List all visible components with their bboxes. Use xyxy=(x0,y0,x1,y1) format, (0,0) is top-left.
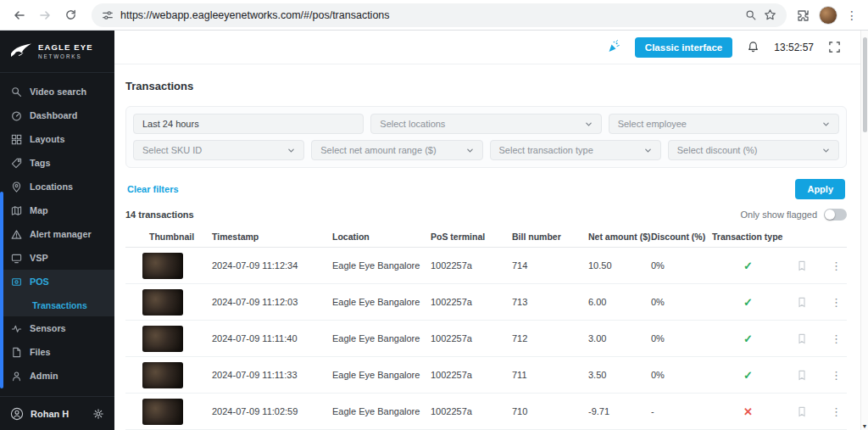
sidebar-item-dashboard[interactable]: Dashboard xyxy=(0,103,114,127)
header-location: Location xyxy=(332,232,431,242)
logo-subtitle: NETWORKS xyxy=(38,53,93,59)
user-name: Rohan H xyxy=(31,409,69,419)
locations-filter[interactable]: Select locations xyxy=(370,114,601,134)
page-scrollbar[interactable]: ▼ xyxy=(860,31,868,430)
transaction-thumbnail[interactable] xyxy=(142,289,183,316)
discount-filter[interactable]: Select discount (%) xyxy=(668,140,839,160)
sidebar-item-tags[interactable]: Tags xyxy=(0,151,114,175)
table-row: 2024-07-09 11:12:03 Eagle Eye Bangalore … xyxy=(125,284,847,321)
zoom-icon[interactable] xyxy=(745,9,757,21)
header-net-amount: Net amount ($) xyxy=(588,232,651,242)
row-menu-icon[interactable]: ⋮ xyxy=(827,260,845,272)
header-transaction-type: Transaction type xyxy=(712,232,797,242)
row-menu-icon[interactable]: ⋮ xyxy=(827,369,845,382)
user-account-row[interactable]: Rohan H xyxy=(0,396,114,430)
pos-terminal-icon xyxy=(11,276,22,288)
file-icon xyxy=(11,347,22,358)
celebration-icon[interactable] xyxy=(606,40,620,54)
site-info-icon[interactable] xyxy=(102,9,114,21)
layouts-icon xyxy=(11,134,22,145)
back-icon[interactable] xyxy=(8,4,31,26)
clear-filters-link[interactable]: Clear filters xyxy=(127,184,179,194)
cell-pos-terminal: 1002257a xyxy=(431,297,512,307)
cell-pos-terminal: 1002257a xyxy=(431,406,512,416)
gear-icon[interactable] xyxy=(92,408,104,420)
eagle-logo-icon xyxy=(10,41,32,61)
row-menu-icon[interactable]: ⋮ xyxy=(827,332,845,345)
header-bill-number: Bill number xyxy=(512,232,588,242)
apply-button[interactable]: Apply xyxy=(795,179,845,199)
address-bar[interactable]: https://webapp.eagleeyenetworks.com/#/po… xyxy=(92,3,787,27)
sidebar-item-vsp[interactable]: VSP xyxy=(0,246,114,270)
refresh-icon[interactable] xyxy=(59,4,81,26)
sidebar-item-locations[interactable]: Locations xyxy=(0,175,114,198)
cell-net-amount: 6.00 xyxy=(588,297,651,307)
sidebar-item-alert-manager[interactable]: Alert manager xyxy=(0,222,114,246)
transaction-thumbnail[interactable] xyxy=(142,399,183,425)
cell-discount: 0% xyxy=(651,333,712,343)
url-text[interactable]: https://webapp.eagleeyenetworks.com/#/po… xyxy=(120,9,738,21)
scrollbar-thumb[interactable] xyxy=(863,37,867,132)
sidebar-item-admin[interactable]: Admin xyxy=(0,364,114,388)
sidebar-item-video-search[interactable]: Video search xyxy=(0,80,114,103)
sidebar-scrollbar[interactable] xyxy=(0,192,3,388)
cell-pos-terminal: 1002257a xyxy=(431,260,512,271)
header-discount: Discount (%) xyxy=(651,232,712,242)
chevron-down-icon xyxy=(644,147,652,154)
table-header: Thumbnail Timestamp Location PoS termina… xyxy=(125,226,847,248)
toggle-knob xyxy=(825,209,835,220)
alert-triangle-icon xyxy=(11,229,22,240)
cell-timestamp: 2024-07-09 11:12:03 xyxy=(212,297,332,307)
logo[interactable]: EAGLE EYE NETWORKS xyxy=(0,31,114,73)
sku-filter[interactable]: Select SKU ID xyxy=(133,140,304,160)
sidebar-item-pos[interactable]: POS xyxy=(0,270,114,293)
bookmark-flag-icon[interactable] xyxy=(797,260,827,271)
only-show-flagged-toggle[interactable] xyxy=(824,209,847,221)
app-header: Classic interface 13:52:57 xyxy=(114,31,868,64)
transaction-count: 14 transactions xyxy=(125,209,194,220)
transaction-thumbnail[interactable] xyxy=(142,253,183,279)
table-row: 2024-07-09 11:11:33 Eagle Eye Bangalore … xyxy=(125,357,847,394)
transaction-type-filter[interactable]: Select transaction type xyxy=(490,140,661,160)
table-row: 2024-07-09 11:12:34 Eagle Eye Bangalore … xyxy=(125,248,847,284)
dashboard-icon xyxy=(11,110,22,121)
cell-net-amount: 3.00 xyxy=(588,333,651,343)
check-icon: ✓ xyxy=(743,369,753,382)
cell-timestamp: 2024-07-09 11:11:40 xyxy=(212,333,332,343)
bookmark-flag-icon[interactable] xyxy=(797,297,827,308)
bookmark-flag-icon[interactable] xyxy=(797,333,827,344)
bookmark-flag-icon[interactable] xyxy=(797,370,827,381)
notifications-bell-icon[interactable] xyxy=(747,41,760,53)
pos-group: POS Transactions xyxy=(0,270,114,316)
cell-net-amount: -9.71 xyxy=(588,406,651,416)
net-amount-filter[interactable]: Select net amount range ($) xyxy=(311,140,482,160)
transaction-thumbnail[interactable] xyxy=(142,326,183,352)
cell-bill-number: 711 xyxy=(512,370,588,380)
employee-filter[interactable]: Select employee xyxy=(609,114,839,134)
transaction-thumbnail[interactable] xyxy=(142,362,183,388)
row-menu-icon[interactable]: ⋮ xyxy=(827,405,845,418)
bookmark-flag-icon[interactable] xyxy=(797,406,827,417)
map-icon xyxy=(11,205,22,216)
sidebar-item-layouts[interactable]: Layouts xyxy=(0,127,114,151)
cell-discount: 0% xyxy=(651,260,712,271)
chevron-down-icon xyxy=(287,147,295,154)
classic-interface-button[interactable]: Classic interface xyxy=(635,37,732,58)
browser-profile-avatar[interactable] xyxy=(819,6,837,25)
row-menu-icon[interactable]: ⋮ xyxy=(827,296,845,309)
cell-location: Eagle Eye Bangalore xyxy=(332,406,431,416)
bookmark-star-icon[interactable] xyxy=(764,8,776,21)
browser-toolbar: https://webapp.eagleeyenetworks.com/#/po… xyxy=(0,0,868,31)
extensions-icon[interactable] xyxy=(797,8,810,22)
time-range-filter[interactable]: Last 24 hours xyxy=(133,114,364,134)
sidebar-item-transactions[interactable]: Transactions xyxy=(0,293,114,316)
fullscreen-icon[interactable] xyxy=(828,41,841,53)
main-area: Classic interface 13:52:57 Transactions … xyxy=(114,31,868,430)
sidebar-item-map[interactable]: Map xyxy=(0,198,114,222)
sidebar-item-sensors[interactable]: Sensors xyxy=(0,316,114,340)
forward-icon[interactable] xyxy=(34,4,56,26)
sidebar-item-files[interactable]: Files xyxy=(0,340,114,364)
browser-menu-icon[interactable]: ⋮ xyxy=(846,8,858,22)
scroll-down-arrow-icon[interactable]: ▼ xyxy=(861,423,868,429)
cell-timestamp: 2024-07-09 11:12:34 xyxy=(212,260,332,271)
